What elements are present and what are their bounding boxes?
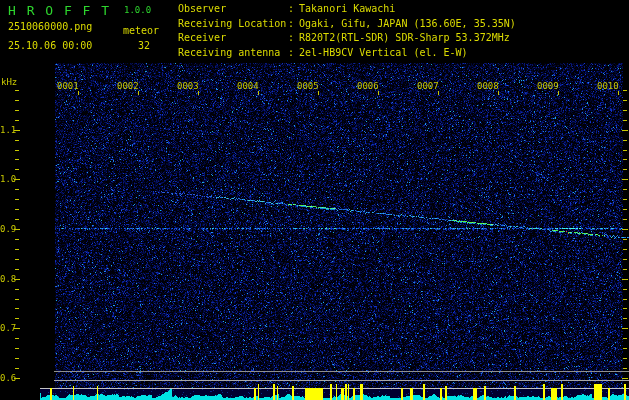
- freq-tick-label: 1.0: [0, 174, 16, 184]
- info-value: Ogaki, Gifu, JAPAN (136.60E, 35.35N): [299, 18, 516, 29]
- info-separator: :: [288, 46, 294, 61]
- info-label: Receiving antenna: [178, 46, 288, 61]
- freq-tick-label: 0.8: [0, 274, 16, 284]
- time-tick-label: 0008: [477, 81, 499, 91]
- time-tick-label: 0001: [57, 81, 79, 91]
- info-value: 2el-HB9CV Vertical (el. E-W): [299, 47, 468, 58]
- time-tick-label: 0009: [537, 81, 559, 91]
- hrofft-screen: H R O F F T 1.0.0 2510060000.png meteor …: [0, 0, 629, 400]
- time-tick-label: 0004: [237, 81, 259, 91]
- info-separator: :: [288, 31, 294, 46]
- freq-tick-label: 0.6: [0, 373, 16, 383]
- app-version: 1.0.0: [124, 5, 151, 15]
- app-title: H R O F F T: [8, 3, 111, 18]
- station-info-row: Receiving Location:Ogaki, Gifu, JAPAN (1…: [178, 17, 516, 32]
- info-separator: :: [288, 17, 294, 32]
- echo-count: 32: [138, 40, 150, 51]
- freq-tick-label: 0.9: [0, 224, 16, 234]
- time-tick-label: 0003: [177, 81, 199, 91]
- station-info-row: Receiving antenna:2el-HB9CV Vertical (el…: [178, 46, 516, 61]
- info-value: Takanori Kawachi: [299, 3, 395, 14]
- output-filename: 2510060000.png: [8, 21, 92, 32]
- freq-tick-label: 1.1: [0, 125, 16, 135]
- info-label: Receiver: [178, 31, 288, 46]
- freq-tick-label: 0.7: [0, 323, 16, 333]
- time-tick-label: 0005: [297, 81, 319, 91]
- time-tick-label: 0002: [117, 81, 139, 91]
- info-label: Observer: [178, 2, 288, 17]
- record-timestamp: 25.10.06 00:00: [8, 40, 92, 51]
- info-separator: :: [288, 2, 294, 17]
- info-value: R820T2(RTL-SDR) SDR-Sharp 53.372MHz: [299, 32, 510, 43]
- mode-label: meteor: [123, 25, 159, 36]
- station-info-block: Observer:Takanori KawachiReceiving Locat…: [178, 2, 516, 61]
- info-label: Receiving Location: [178, 17, 288, 32]
- freq-axis-unit: kHz: [1, 77, 17, 87]
- station-info-row: Receiver:R820T2(RTL-SDR) SDR-Sharp 53.37…: [178, 31, 516, 46]
- time-tick-label: 0006: [357, 81, 379, 91]
- station-info-row: Observer:Takanori Kawachi: [178, 2, 516, 17]
- time-tick-label: 0007: [417, 81, 439, 91]
- time-tick-label: 0010: [597, 81, 619, 91]
